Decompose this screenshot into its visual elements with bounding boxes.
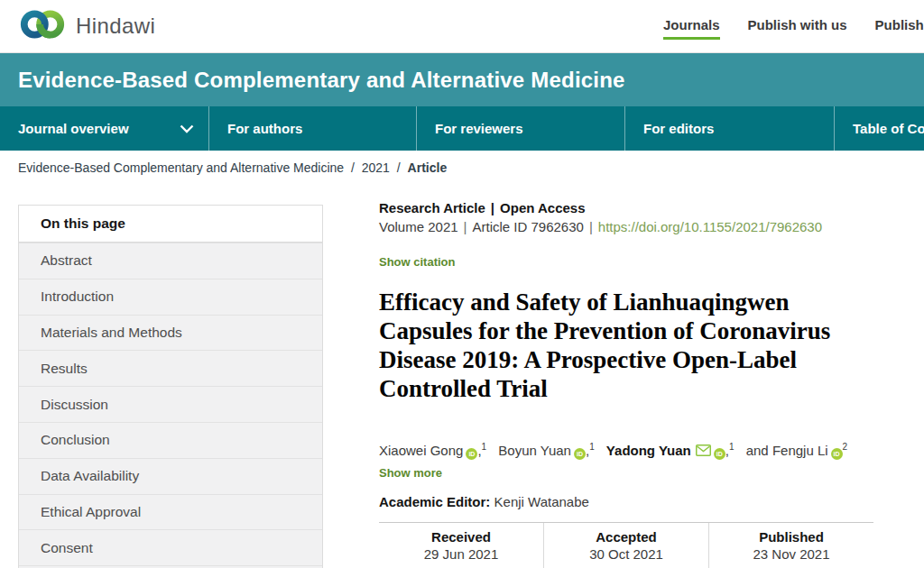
date-value: 30 Oct 2021 <box>544 545 708 563</box>
breadcrumb-journal[interactable]: Evidence-Based Complementary and Alterna… <box>18 160 344 175</box>
academic-editor-line: Academic Editor: Kenji Watanabe <box>379 494 873 510</box>
sidebar-item-ethical-approval[interactable]: Ethical Approval <box>19 494 322 530</box>
date-label: Accepted <box>544 528 708 545</box>
sidebar-item-results[interactable]: Results <box>19 350 322 386</box>
volume-label: Volume 2021 <box>379 219 458 234</box>
date-value: 29 Jun 2021 <box>379 545 543 563</box>
article-type: Research Article <box>379 200 485 215</box>
sidebar-item-introduction[interactable]: Introduction <box>19 279 322 315</box>
sidebar-item-data-availability[interactable]: Data Availability <box>19 458 322 494</box>
sidebar-title: On this page <box>19 206 322 243</box>
pipe-separator: | <box>491 200 494 215</box>
author: Boyun YuaniD,1 <box>498 443 594 458</box>
author-affiliation-sup: 1 <box>589 442 595 452</box>
top-nav-publish-with-us[interactable]: Publish with us <box>748 0 847 52</box>
journal-nav-for-authors[interactable]: For authors <box>209 106 417 151</box>
pipe-separator: | <box>464 219 467 234</box>
authors-line: Xiaowei GongiD,1 Boyun YuaniD,1 Yadong Y… <box>379 437 873 462</box>
breadcrumb-year[interactable]: 2021 <box>362 160 390 175</box>
article-id-label: Article ID 7962630 <box>472 219 583 234</box>
top-nav-journals[interactable]: Journals <box>663 0 720 40</box>
article-title: Efficacy and Safety of Lianhuaqingwen Ca… <box>379 288 873 403</box>
author: and Fengju LiiD2 <box>746 443 847 458</box>
orcid-icon[interactable]: iD <box>466 448 477 460</box>
dates-table: Received 29 Jun 2021 Accepted 30 Oct 202… <box>379 522 873 568</box>
article-type-line: Research Article|Open Access <box>379 200 873 216</box>
author-affiliation-sup: 1 <box>482 442 487 452</box>
doi-link[interactable]: https://doi.org/10.1155/2021/7962630 <box>598 219 822 234</box>
journal-nav-overview[interactable]: Journal overview <box>0 106 209 151</box>
hindawi-logo[interactable]: Hindawi <box>18 0 155 52</box>
author-prefix: and <box>746 443 769 458</box>
page: Hindawi Journals Publish with us Publish… <box>0 0 924 568</box>
author: Xiaowei GongiD,1 <box>379 443 486 458</box>
breadcrumb-separator: / <box>397 160 401 175</box>
journal-nav-overview-label: Journal overview <box>18 121 129 136</box>
date-value: 23 Nov 2021 <box>709 545 873 563</box>
journal-banner: Evidence-Based Complementary and Alterna… <box>0 53 924 106</box>
brand-wordmark: Hindawi <box>76 14 155 39</box>
author-affiliation-sup: 2 <box>843 442 848 452</box>
app-header: Hindawi Journals Publish with us Publish… <box>0 0 924 53</box>
hindawi-rings-icon <box>18 6 67 46</box>
orcid-icon[interactable]: iD <box>574 448 586 460</box>
date-accepted: Accepted 30 Oct 2021 <box>543 523 708 568</box>
author-affiliation-sup: 1 <box>729 442 735 452</box>
orcid-icon[interactable]: iD <box>831 448 843 460</box>
date-received: Received 29 Jun 2021 <box>379 523 543 568</box>
on-this-page-sidebar: On this page Abstract Introduction Mater… <box>18 205 323 568</box>
article-ids-line: Volume 2021|Article ID 7962630|https://d… <box>379 218 873 236</box>
orcid-icon[interactable]: iD <box>714 448 725 460</box>
breadcrumb: Evidence-Based Complementary and Alterna… <box>18 160 447 175</box>
pipe-separator: | <box>589 219 593 234</box>
author: Yadong YuaniD,1 <box>606 443 735 458</box>
top-nav-publishing[interactable]: Publishi <box>875 0 924 52</box>
breadcrumb-article: Article <box>408 160 448 175</box>
sidebar-item-discussion[interactable]: Discussion <box>19 386 322 422</box>
chevron-down-icon <box>180 121 194 136</box>
date-label: Received <box>379 528 543 545</box>
date-label: Published <box>709 528 873 545</box>
author-name[interactable]: Fengju Li <box>772 443 828 458</box>
breadcrumb-separator: / <box>351 160 355 175</box>
journal-nav-for-editors[interactable]: For editors <box>625 106 835 151</box>
sidebar-item-abstract[interactable]: Abstract <box>19 243 322 279</box>
date-published: Published 23 Nov 2021 <box>708 523 873 568</box>
sidebar-item-conclusion[interactable]: Conclusion <box>19 422 322 458</box>
email-envelope-icon[interactable] <box>696 444 711 459</box>
author-name[interactable]: Boyun Yuan <box>498 443 571 458</box>
author-name[interactable]: Xiaowei Gong <box>379 443 463 458</box>
academic-editor-label: Academic Editor: <box>379 494 490 509</box>
journal-nav-for-reviewers[interactable]: For reviewers <box>417 106 625 151</box>
top-nav: Journals Publish with us Publishi <box>663 0 924 52</box>
journal-title[interactable]: Evidence-Based Complementary and Alterna… <box>0 68 625 93</box>
sidebar-item-consent[interactable]: Consent <box>19 529 322 565</box>
sidebar-item-materials-and-methods[interactable]: Materials and Methods <box>19 315 322 351</box>
journal-nav: Journal overview For authors For reviewe… <box>0 106 924 151</box>
author-name[interactable]: Yadong Yuan <box>606 443 691 458</box>
article-main: Research Article|Open Access Volume 2021… <box>379 200 873 568</box>
open-access-label: Open Access <box>500 200 586 215</box>
show-citation-link[interactable]: Show citation <box>379 255 456 269</box>
show-more-link[interactable]: Show more <box>379 466 442 480</box>
journal-nav-table-of-contents[interactable]: Table of Co <box>835 106 924 151</box>
academic-editor-name: Kenji Watanabe <box>494 494 589 509</box>
